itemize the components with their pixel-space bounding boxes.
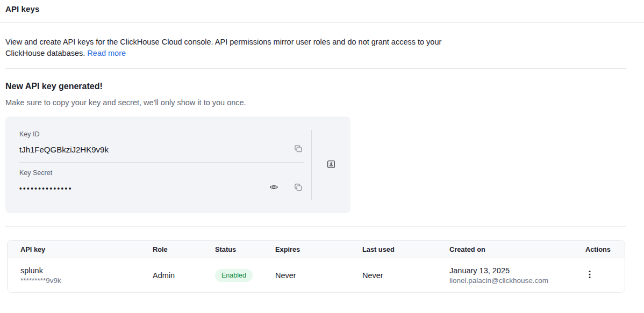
reveal-secret-button[interactable] <box>268 181 280 194</box>
key-card-fields: Key ID tJh1FeQGBkziJ2HK9v9k Key Secret •… <box>5 117 311 213</box>
key-secret-row: •••••••••••••• <box>19 182 304 194</box>
column-header-last-used: Last used <box>349 245 437 253</box>
new-key-banner-subtitle: Make sure to copy your key and secret, w… <box>5 98 626 107</box>
copy-icon <box>294 183 303 193</box>
role-cell: Admin <box>140 271 202 280</box>
download-key-button[interactable] <box>325 158 337 172</box>
column-header-created-on: Created on <box>437 245 573 253</box>
page-title: API keys <box>5 4 639 13</box>
api-key-cell: splunk *********9v9k <box>8 266 140 285</box>
table-row: splunk *********9v9k Admin Enabled Never… <box>8 258 625 292</box>
read-more-link[interactable]: Read more <box>87 49 126 57</box>
key-id-label: Key ID <box>19 130 304 138</box>
expires-cell: Never <box>262 271 349 280</box>
description-text: View and create API keys for the ClickHo… <box>5 38 441 57</box>
api-keys-table: API key Role Status Expires Last used Cr… <box>7 240 625 293</box>
key-card-side <box>312 117 350 213</box>
key-secret-actions <box>268 181 304 194</box>
column-header-actions: Actions <box>573 245 625 253</box>
content-area: View and create API keys for the ClickHo… <box>5 37 626 293</box>
generated-key-card: Key ID tJh1FeQGBkziJ2HK9v9k Key Secret •… <box>5 117 350 213</box>
key-secret-label: Key Secret <box>19 169 304 177</box>
copy-secret-button[interactable] <box>292 181 304 194</box>
key-id-value: tJh1FeQGBkziJ2HK9v9k <box>19 145 109 154</box>
new-key-banner-title: New API key generated! <box>5 82 626 91</box>
column-header-status: Status <box>202 245 262 253</box>
key-secret-masked-value: •••••••••••••• <box>19 184 73 192</box>
status-badge: Enabled <box>215 269 253 282</box>
api-key-name: splunk <box>20 266 127 275</box>
page-description: View and create API keys for the ClickHo… <box>5 37 445 59</box>
created-by-email: lionel.palacin@clickhouse.com <box>449 276 560 285</box>
column-header-api-key: API key <box>8 245 140 253</box>
key-id-row: tJh1FeQGBkziJ2HK9v9k <box>19 143 304 155</box>
actions-cell <box>573 268 625 282</box>
last-used-cell: Never <box>349 271 437 280</box>
download-icon <box>326 159 336 171</box>
page-header: API keys <box>0 0 644 22</box>
table-header-row: API key Role Status Expires Last used Cr… <box>8 241 625 258</box>
created-on-cell: January 13, 2025 lionel.palacin@clickhou… <box>437 266 573 285</box>
key-card-inner-divider <box>19 162 304 163</box>
table-section-divider <box>5 226 626 227</box>
copy-icon <box>294 144 303 155</box>
api-key-masked: *********9v9k <box>20 276 127 285</box>
kebab-menu-icon <box>589 272 591 280</box>
column-header-role: Role <box>140 245 202 253</box>
eye-icon <box>269 183 278 193</box>
copy-key-id-button[interactable] <box>292 143 304 156</box>
section-divider <box>5 68 626 69</box>
created-date: January 13, 2025 <box>449 266 560 275</box>
row-actions-menu-button[interactable] <box>585 268 594 282</box>
header-divider <box>0 22 644 23</box>
status-cell: Enabled <box>202 269 262 282</box>
column-header-expires: Expires <box>262 245 349 253</box>
